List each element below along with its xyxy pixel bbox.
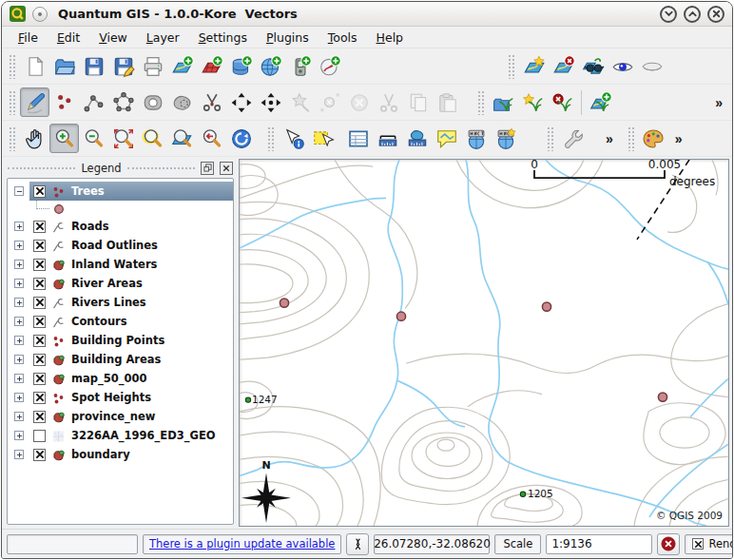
render-checkbox[interactable] (692, 538, 704, 550)
layer-checkbox[interactable] (33, 259, 46, 271)
layer-checkbox[interactable] (33, 221, 46, 233)
layer-label[interactable]: province_new (71, 410, 155, 423)
layer-checkbox[interactable] (33, 392, 46, 404)
menu-view[interactable]: View (90, 29, 136, 47)
copy-features-button[interactable] (403, 87, 433, 117)
layer-checkbox[interactable] (33, 354, 46, 366)
layer-checkbox[interactable] (33, 411, 46, 423)
legend-layer-province-new[interactable]: province_new (8, 407, 233, 426)
split-features-button[interactable] (197, 87, 226, 117)
open-project-button[interactable] (49, 51, 79, 81)
toolbar-overflow-button[interactable]: » (708, 95, 729, 110)
maximize-button[interactable] (684, 6, 701, 23)
layer-label[interactable]: Building Points (71, 334, 164, 347)
add-raster-layer-button[interactable] (197, 51, 226, 81)
layer-label[interactable]: Road Outlines (71, 239, 158, 252)
add-vector-layer-button[interactable] (167, 51, 197, 81)
close-grass-mapset-button[interactable] (548, 87, 577, 117)
menu-edit[interactable]: Edit (48, 29, 88, 47)
open-grass-mapset-button[interactable] (489, 87, 518, 117)
legend-float-button[interactable] (201, 162, 214, 175)
legend-layer-contours[interactable]: Contours (8, 312, 233, 331)
expand-icon[interactable] (14, 431, 24, 440)
remove-layer-button[interactable] (549, 51, 578, 81)
new-vector-layer-button[interactable] (519, 51, 549, 81)
layer-label[interactable]: Building Areas (71, 353, 161, 366)
menu-help[interactable]: Help (368, 29, 413, 47)
legend-layer-road-outlines[interactable]: Road Outlines (8, 236, 233, 255)
identify-features-button[interactable] (279, 124, 308, 153)
refresh-map-button[interactable] (226, 124, 256, 153)
expand-icon[interactable] (14, 393, 24, 402)
toolbar-handle[interactable] (267, 126, 275, 151)
select-features-button[interactable] (308, 124, 338, 153)
zoom-in-button[interactable] (49, 124, 79, 153)
menu-plugins[interactable]: Plugins (258, 29, 318, 47)
plugin-update-link[interactable]: There is a plugin update available (149, 537, 335, 550)
zoom-full-button[interactable] (108, 124, 138, 153)
layer-label[interactable]: boundary (71, 448, 130, 461)
layer-label[interactable]: Roads (71, 220, 109, 233)
add-wms-layer-button[interactable] (256, 51, 285, 81)
layer-checkbox[interactable] (33, 240, 46, 252)
toolbar-handle[interactable] (9, 90, 16, 115)
layer-checkbox[interactable] (33, 449, 46, 461)
move-feature-button[interactable] (226, 87, 256, 117)
layer-label[interactable]: map_50_000 (71, 372, 146, 385)
menu-layer[interactable]: Layer (138, 29, 188, 47)
capture-polygon-button[interactable] (108, 87, 138, 117)
legend-layer-3226aa-1996-ed3-geo[interactable]: 3226AA_1996_ED3_GEO (8, 426, 233, 445)
save-project-button[interactable] (79, 51, 108, 81)
close-button[interactable] (707, 6, 724, 23)
add-postgis-layer-button[interactable] (226, 51, 256, 81)
new-grass-mapset-button[interactable] (518, 87, 548, 117)
expand-icon[interactable] (14, 336, 24, 345)
layer-label[interactable]: Contours (71, 315, 127, 328)
zoom-to-selection-button[interactable] (138, 124, 167, 153)
menu-file[interactable]: File (10, 29, 47, 47)
toggle-editing-button[interactable] (20, 87, 49, 117)
toolbar-handle[interactable] (547, 126, 554, 151)
stop-render-button[interactable] (657, 533, 680, 555)
legend-layer-roads[interactable]: Roads (8, 217, 233, 236)
zoom-last-button[interactable] (197, 124, 226, 153)
expand-icon[interactable] (14, 317, 24, 326)
show-bookmarks-button[interactable] (491, 124, 520, 153)
layer-checkbox[interactable] (33, 316, 46, 328)
layer-label[interactable]: Inland Waters (71, 258, 157, 271)
capture-point-button[interactable] (49, 87, 79, 117)
paste-features-button[interactable] (433, 87, 462, 117)
expand-icon[interactable] (14, 279, 24, 288)
legend-layer-spot-heights[interactable]: Spot Heights (8, 388, 233, 407)
grass-tools-button[interactable] (586, 87, 615, 117)
palette-button[interactable] (639, 124, 668, 153)
legend-layer-river-areas[interactable]: River Areas (8, 274, 233, 293)
map-canvas[interactable]: 1247 1205 0 0.005 degrees N © QGIS 20 (239, 159, 729, 527)
cut-features-button[interactable] (374, 87, 403, 117)
mouse-position-toggle-button[interactable] (346, 533, 369, 555)
legend-layer-building-points[interactable]: Building Points (8, 331, 233, 350)
layer-checkbox[interactable] (33, 297, 46, 309)
expand-icon[interactable] (14, 298, 24, 307)
layer-label[interactable]: 3226AA_1996_ED3_GEO (71, 429, 216, 442)
legend-layer-boundary[interactable]: boundary (8, 445, 233, 464)
layer-checkbox[interactable] (33, 185, 46, 198)
layer-checkbox[interactable] (33, 335, 46, 347)
add-wfs-layer-button[interactable] (315, 51, 344, 81)
toolbar-overflow-button[interactable]: » (668, 131, 689, 146)
delete-vertex-button[interactable] (315, 87, 344, 117)
layer-label[interactable]: River Areas (71, 277, 143, 290)
expand-icon[interactable] (14, 355, 24, 364)
zoom-out-button[interactable] (79, 124, 108, 153)
add-ring-button[interactable] (138, 87, 167, 117)
new-bookmark-button[interactable] (461, 124, 491, 153)
toolbar-handle[interactable] (477, 90, 485, 115)
move-vertex-button[interactable] (256, 87, 285, 117)
layer-label[interactable]: Trees (71, 184, 105, 198)
add-gps-layer-button[interactable] (285, 51, 315, 81)
legend-layer-inland-waters[interactable]: Inland Waters (8, 255, 233, 274)
minimize-button[interactable] (660, 6, 677, 23)
menu-settings[interactable]: Settings (190, 29, 256, 47)
toolbar-handle[interactable] (9, 54, 16, 79)
menu-tools[interactable]: Tools (319, 29, 366, 47)
